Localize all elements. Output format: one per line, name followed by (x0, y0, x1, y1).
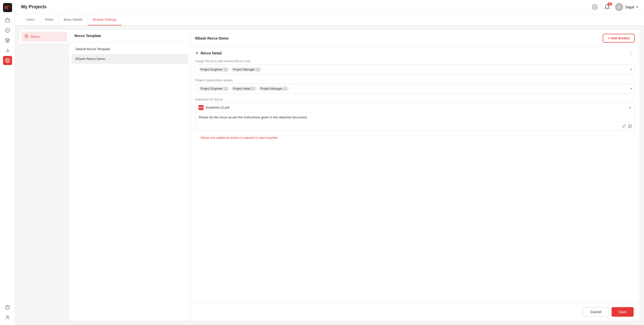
app-logo[interactable]: R (3, 3, 12, 12)
instruction-input[interactable]: PDF Guidelines (2).pdf ✕ Please do the r… (195, 103, 635, 131)
instruction-toolbar (195, 122, 634, 131)
stakeholders-field: Project Stakeholders details Project Eng… (195, 79, 635, 94)
sidebar-item-help[interactable] (3, 303, 12, 312)
assign-recce-dropdown-arrow: ▾ (630, 68, 632, 71)
attachment-remove-button[interactable]: ✕ (628, 106, 631, 110)
section-header[interactable]: ▼ Recce Detail ⋮ (190, 47, 640, 59)
tab-users[interactable]: Users (21, 14, 40, 25)
template-panel: Recce Template Default Recce Template RD… (69, 29, 190, 321)
remove-tag-project-manager-2[interactable]: ✕ (284, 87, 287, 90)
instruction-label: Instruction for Recce (195, 98, 635, 101)
detail-panel-title: RDash Recce Demo (195, 36, 228, 40)
attachment-name: Guidelines (2).pdf (206, 106, 626, 109)
section-header-left: ▼ Recce Detail (195, 51, 222, 55)
assign-recce-label: Assign Recce to (will receive Recce Link… (195, 59, 635, 63)
cancel-button[interactable]: Cancel (583, 307, 609, 317)
task-icon[interactable] (591, 3, 599, 11)
sidebar-item-settings[interactable] (3, 56, 12, 65)
svg-rect-3 (5, 19, 10, 22)
sidebar-item-chart[interactable] (3, 46, 12, 55)
remove-tag-project-manager-1[interactable]: ✕ (256, 68, 260, 71)
tag-label: Project Engineer (200, 87, 223, 90)
sidebar-bottom (3, 299, 12, 322)
notification-icon[interactable]: 99 (603, 3, 611, 11)
template-item-rdash[interactable]: RDash Recce Demo (71, 54, 188, 64)
tag-project-head: Project Head ✕ (231, 86, 257, 91)
sidebar-divider (4, 300, 11, 300)
tab-module-settings[interactable]: Module Settings (88, 14, 121, 25)
tag-label: Project Manager (233, 68, 255, 71)
main-content: My Projects 99 S Sagar ▾ Users Roles Bas… (15, 0, 644, 325)
pdf-icon: PDF (198, 105, 204, 110)
sidebar-item-layers[interactable] (3, 36, 12, 45)
assign-recce-field: Assign Recce to (will receive Recce Link… (195, 59, 635, 75)
save-button[interactable]: Save (612, 307, 634, 317)
tab-bar: Users Roles Basic Details Module Setting… (15, 14, 644, 25)
header: My Projects 99 S Sagar ▾ (15, 0, 644, 14)
remove-tag-project-engineer-1[interactable]: ✕ (224, 68, 227, 71)
svg-point-13 (26, 36, 27, 37)
link-icon[interactable] (622, 124, 626, 129)
tag-label: Project Manager (260, 87, 283, 90)
category-label-recce: Recce (30, 35, 40, 39)
attachment-bar: PDF Guidelines (2).pdf ✕ (195, 103, 634, 112)
sidebar-item-check[interactable] (3, 26, 12, 35)
stakeholders-label: Project Stakeholders details (195, 79, 635, 82)
instruction-text: Please do the recce as per the instructi… (195, 112, 634, 122)
tag-project-manager-2: Project Manager ✕ (258, 86, 289, 91)
add-section-button[interactable]: + Add Section (603, 34, 635, 43)
template-panel-header: Recce Template (69, 30, 190, 42)
remove-tag-project-head[interactable]: ✕ (251, 87, 255, 90)
notification-badge: 99 (608, 3, 612, 6)
svg-point-9 (7, 60, 8, 61)
tab-basic-details[interactable]: Basic Details (58, 14, 88, 25)
tag-project-engineer-1: Project Engineer ✕ (198, 67, 229, 72)
stakeholders-input[interactable]: Project Engineer ✕ Project Head ✕ Projec… (195, 84, 635, 94)
stakeholders-dropdown-arrow: ▾ (630, 87, 632, 90)
header-right: 99 S Sagar ▾ (591, 3, 638, 11)
recce-icon (24, 34, 28, 39)
sidebar: R (0, 0, 15, 325)
remove-tag-project-engineer-2[interactable]: ✕ (224, 87, 227, 90)
tab-roles[interactable]: Roles (40, 14, 58, 25)
tag-label: Project Head (233, 87, 250, 90)
image-icon[interactable] (628, 124, 632, 129)
category-item-recce[interactable]: Recce (21, 32, 67, 42)
sidebar-item-user-circle[interactable] (3, 313, 12, 322)
user-name-label: Sagar (625, 5, 634, 9)
tag-project-engineer-2: Project Engineer ✕ (198, 86, 229, 91)
section-chevron-icon: ▼ (195, 51, 199, 55)
svg-point-12 (7, 316, 8, 317)
sidebar-item-briefcase[interactable] (3, 16, 12, 25)
user-dropdown-arrow: ▾ (636, 5, 638, 9)
detail-content: ▼ Recce Detail ⋮ Assign Recce to (will r… (190, 47, 640, 303)
detail-panel: RDash Recce Demo + Add Section ▼ Recce D… (190, 29, 640, 321)
content-area: Recce Recce Template Default Recce Templ… (15, 25, 644, 325)
category-panel: Recce (19, 29, 69, 44)
svg-point-15 (629, 125, 630, 126)
bottom-actions: Cancel Save (190, 303, 640, 321)
assign-recce-input[interactable]: Project Engineer ✕ Project Manager ✕ ▾ (195, 64, 635, 75)
user-avatar: S (615, 3, 623, 11)
user-menu[interactable]: S Sagar ▾ (615, 3, 638, 11)
detail-panel-header: RDash Recce Demo + Add Section (190, 30, 640, 47)
template-list: Default Recce Template RDash Recce Demo (69, 42, 190, 66)
page-title: My Projects (21, 4, 47, 10)
instruction-field-group: Instruction for Recce PDF Guidelines (2)… (195, 98, 635, 131)
tag-project-manager-1: Project Manager ✕ (231, 67, 262, 72)
tag-label: Project Engineer (200, 68, 223, 71)
validation-message: Atleast one additional section is requir… (195, 135, 635, 142)
section-title: Recce Detail (201, 51, 222, 55)
section-more-options[interactable]: ⋮ (627, 50, 635, 56)
template-item-default[interactable]: Default Recce Template (71, 44, 188, 54)
svg-text:R: R (5, 5, 9, 11)
section-body: Assign Recce to (will receive Recce Link… (190, 59, 640, 146)
svg-marker-5 (5, 38, 10, 40)
